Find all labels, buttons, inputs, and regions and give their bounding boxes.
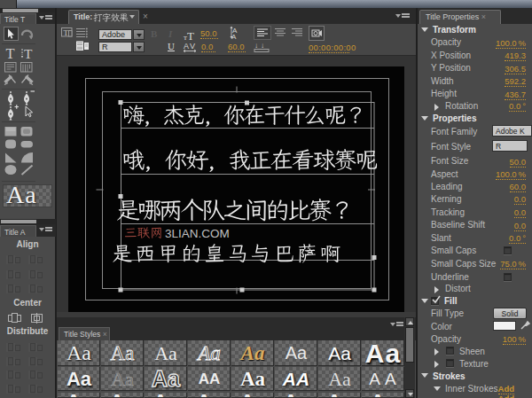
- svg-text:T: T: [6, 45, 15, 62]
- svg-text:↓: ↓: [254, 42, 258, 50]
- svg-text:T: T: [64, 28, 69, 37]
- svg-text:3LIAN.COM: 3LIAN.COM: [165, 227, 230, 240]
- svg-text:V: V: [190, 42, 195, 51]
- svg-text:T: T: [24, 46, 33, 61]
- svg-text:↓: ↓: [261, 42, 264, 50]
- svg-text:A: A: [184, 42, 189, 51]
